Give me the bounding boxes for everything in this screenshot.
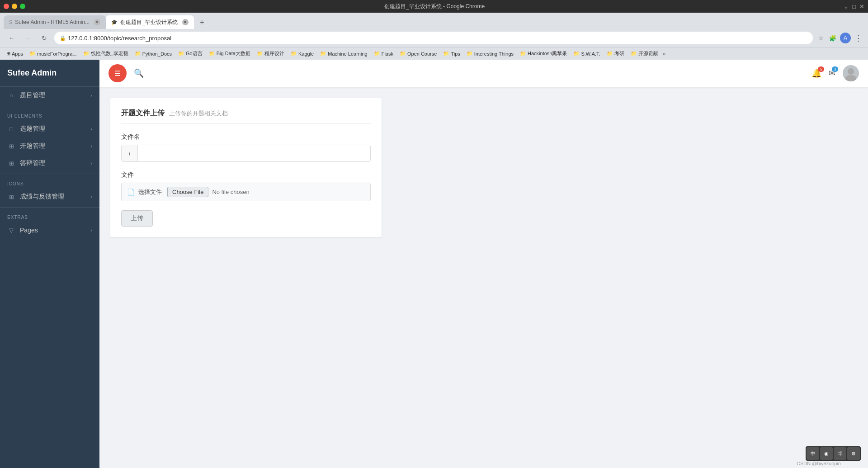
bookmark-musicforprogra[interactable]: 📁 musicForProgra... [27,50,79,57]
title-bar-restore[interactable]: □ [852,3,856,10]
section-icons: ICONS [0,176,99,188]
file-select-text: 选择文件 [138,188,162,196]
upload-card: 开题文件上传 上传你的开题相关文档 文件名 i 文件 [110,98,382,237]
title-bar: 创建题目_毕业设计系统 - Google Chrome ⌄ □ ✕ [0,0,868,13]
filename-input[interactable] [138,145,370,161]
extension-puzzle[interactable]: 🧩 [828,33,837,43]
sidebar-item-pages[interactable]: ▽ Pages › [0,222,99,239]
ime-half-btn[interactable]: 半 [834,447,846,460]
file-form-group: 文件 📄 选择文件 Choose File No file chosen [121,171,371,201]
bookmark-apps[interactable]: ⊞ Apps [4,50,26,57]
grade-mgmt-icon: ⊞ [7,193,15,201]
notification-bell[interactable]: 🔔 5 [811,68,821,78]
sidebar-item-defense-mgmt[interactable]: ⊞ 答辩管理 › [0,155,99,172]
close-btn[interactable] [4,4,9,9]
main-content: ☰ 🔍 🔔 5 ✉ 3 [99,60,868,468]
ime-settings-btn[interactable]: ⚙ [847,447,860,460]
bookmarks-more[interactable]: » [663,51,666,57]
bookmark-interesting[interactable]: 📁 Interesting Things [464,50,516,57]
notification-badge: 5 [818,66,824,72]
file-input-wrapper: 📄 选择文件 Choose File No file chosen [121,183,371,201]
tab-active[interactable]: 🎓 创建题目_毕业设计系统 ✕ [106,15,194,29]
sidebar-brand: Sufee Admin [0,60,99,87]
title-bar-dots[interactable]: ✕ [859,3,864,10]
address-bar: ← → ↻ 🔒 127.0.0.1:8000/topic/research_pr… [0,29,868,47]
bookmark-python-docs[interactable]: 📁 Python_Docs [132,50,175,57]
sidebar-item-grade-mgmt[interactable]: ⊞ 成绩与反馈管理 › [0,188,99,205]
tab-sufee-label: Sufee Admin - HTML5 Admin... [15,19,90,25]
divider-2 [0,174,99,174]
file-label: 文件 [121,171,371,179]
maximize-btn[interactable] [20,4,25,9]
filename-label: 文件名 [121,133,371,141]
bookmark-chengxu[interactable]: 📁 程序设计 [254,49,287,58]
upload-button[interactable]: 上传 [121,210,153,227]
new-tab-button[interactable]: + [196,16,208,29]
user-avatar[interactable] [843,65,859,81]
open-mgmt-icon: ⊞ [7,142,15,150]
open-mgmt-chevron: › [90,143,92,149]
page-footer: CSDN @biyezuopin [797,461,841,466]
content-area: 开题文件上传 上传你的开题相关文档 文件名 i 文件 [99,87,868,468]
ime-dot-btn[interactable]: ◉ [820,447,833,460]
reload-button[interactable]: ↻ [38,32,51,44]
divider-3 [0,207,99,208]
footer-text: CSDN @biyezuopin [797,461,841,466]
tab-sufee[interactable]: S Sufee Admin - HTML5 Admin... ✕ [4,15,106,29]
svg-point-1 [845,75,856,81]
more-options[interactable]: ⋮ [854,33,863,43]
profile-icon[interactable]: A [840,33,851,43]
section-extras: EXTRAS [0,209,99,222]
bookmark-bigdata[interactable]: 📁 Big Data大数据 [206,49,253,58]
bookmark-go-lang[interactable]: 📁 Go语言 [175,49,205,58]
selection-mgmt-icon: □ [7,125,15,133]
back-button[interactable]: ← [5,32,18,44]
bookmark-kaggle[interactable]: 📁 Kaggle [288,50,316,57]
pages-chevron: › [90,227,92,233]
bookmark-machine-learning[interactable]: 📁 Machine Learning [317,50,370,57]
ime-chinese-btn[interactable]: 中 [807,447,819,460]
bookmark-star[interactable]: ☆ [816,33,826,43]
bookmark-linear-algebra[interactable]: 📁 线性代数_李宏毅 [80,49,131,58]
bookmark-flask[interactable]: 📁 Flask [371,50,396,57]
topic-mgmt-icon: ○ [7,91,15,99]
bookmark-hackintosh[interactable]: 📁 Hackintosh黑苹果 [517,49,570,58]
sidebar-item-open-mgmt[interactable]: ⊞ 开题管理 › [0,137,99,155]
selection-mgmt-chevron: › [90,126,92,132]
minimize-btn[interactable] [12,4,17,9]
tab-active-label: 创建题目_毕业设计系统 [120,19,178,26]
filename-input-wrapper: i [121,145,371,162]
bookmarks-bar: ⊞ Apps 📁 musicForProgra... 📁 线性代数_李宏毅 📁 … [0,47,868,60]
tab-sufee-close[interactable]: ✕ [94,19,100,25]
card-header: 开题文件上传 上传你的开题相关文档 [121,109,371,124]
bookmark-open-course[interactable]: 📁 Open Course [397,50,439,57]
defense-mgmt-icon: ⊞ [7,159,15,167]
tab-active-close[interactable]: ✕ [182,19,189,25]
filename-form-group: 文件名 i [121,133,371,162]
choose-file-button[interactable]: Choose File [167,187,208,197]
search-button[interactable]: 🔍 [134,68,144,78]
sidebar: Sufee Admin ○ 题目管理 › UI ELEMENTS □ 选题管理 … [0,60,99,468]
bookmark-tips[interactable]: 📁 Tips [440,50,462,57]
card-subtitle: 上传你的开题相关文档 [169,109,228,118]
bookmark-opensource[interactable]: 📁 开源贡献 [628,49,661,58]
file-name-display: No file chosen [212,189,249,195]
forward-button[interactable]: → [22,32,34,44]
svg-point-0 [848,68,854,75]
defense-mgmt-chevron: › [90,161,92,166]
bookmark-swat[interactable]: 📁 S.W.A.T. [571,50,603,57]
topic-mgmt-chevron: › [90,93,92,98]
message-badge: 3 [832,66,838,72]
filename-icon: i [122,145,138,161]
tab-bar: S Sufee Admin - HTML5 Admin... ✕ 🎓 创建题目_… [0,13,868,29]
card-title: 开题文件上传 [121,109,165,118]
top-nav: ☰ 🔍 🔔 5 ✉ 3 [99,60,868,87]
file-doc-icon: 📄 [127,189,135,196]
message-envelope[interactable]: ✉ 3 [829,68,835,78]
sidebar-item-selection-mgmt[interactable]: □ 选题管理 › [0,120,99,137]
bookmark-kaoyuan[interactable]: 📁 考研 [604,49,627,58]
menu-toggle-button[interactable]: ☰ [108,64,127,82]
address-input[interactable]: 🔒 127.0.0.1:8000/topic/research_proposal [54,32,813,44]
title-bar-expand[interactable]: ⌄ [844,3,849,10]
sidebar-item-topic-mgmt[interactable]: ○ 题目管理 › [0,87,99,104]
